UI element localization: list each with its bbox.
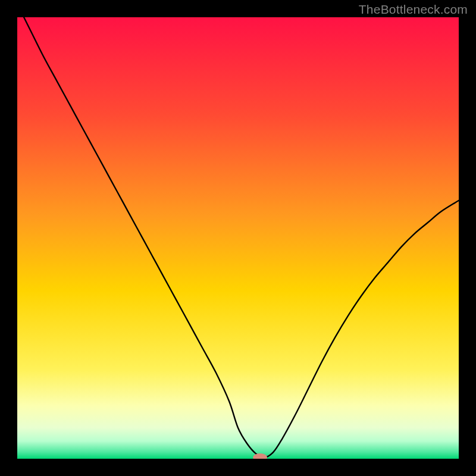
plot-area <box>17 17 459 459</box>
watermark-text: TheBottleneck.com <box>359 2 468 17</box>
gradient-rect <box>17 17 459 459</box>
chart-frame: TheBottleneck.com <box>0 0 476 476</box>
plot-svg <box>17 17 459 459</box>
